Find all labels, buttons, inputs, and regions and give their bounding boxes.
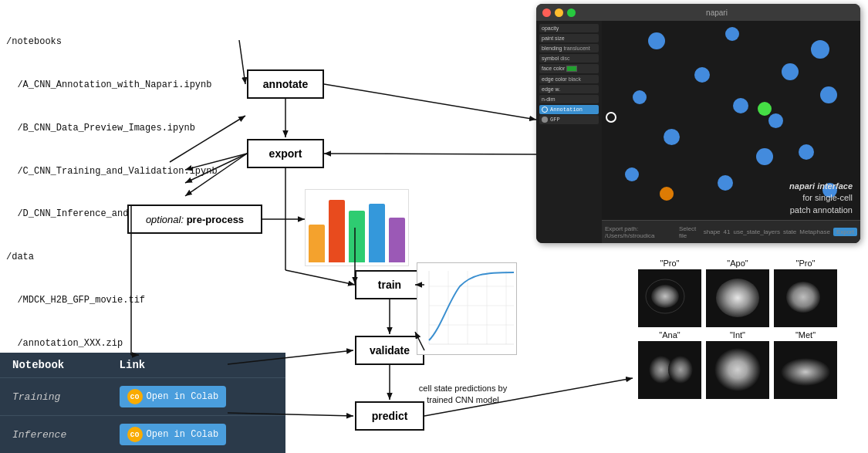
- svg-point-18: [668, 356, 693, 384]
- napari-left-panel: opacity paint size blending translucent …: [536, 21, 602, 243]
- cell-int: "Int": [706, 330, 769, 399]
- napari-window: napari opacity paint size blending trans…: [536, 4, 860, 243]
- napari-titlebar: napari: [536, 4, 860, 21]
- minimize-button[interactable]: [555, 8, 563, 17]
- napari-annotation-layer: Annotation: [539, 105, 599, 114]
- napari-gfp-layer: GFP: [539, 115, 599, 124]
- cell-dot: [782, 63, 799, 80]
- cell-dot: [756, 148, 773, 165]
- predict-text: cell state predictions by trained CNN mo…: [417, 383, 509, 405]
- col-link: Link: [107, 353, 285, 378]
- svg-line-25: [239, 40, 245, 84]
- cell-row-1: "Pro" "Apo": [638, 259, 862, 327]
- napari-opacity: opacity: [539, 24, 599, 32]
- svg-point-11: [651, 285, 679, 308]
- table-row: Inference co Open in Colab: [0, 416, 285, 454]
- napari-facecolor: face color: [539, 64, 599, 73]
- svg-point-15: [786, 282, 820, 313]
- predict-box: predict: [355, 401, 424, 431]
- validate-box: validate: [355, 336, 424, 365]
- cell-thumb: [774, 269, 837, 327]
- bar-5: [389, 218, 405, 263]
- close-button[interactable]: [542, 8, 551, 17]
- selected-cell-dot: [606, 112, 616, 123]
- cell-images: "Pro" "Apo": [638, 259, 862, 402]
- annotate-box: annotate: [247, 69, 324, 99]
- colab-inference-button[interactable]: co Open in Colab: [120, 424, 227, 445]
- optional-box: optional: pre-process: [127, 205, 262, 234]
- filetree-line: /C_CNN_Training_and_Validation.ipynb: [6, 164, 218, 179]
- cell-dot: [733, 98, 748, 113]
- cell-dot: [811, 40, 829, 59]
- bar-1: [309, 225, 325, 263]
- cell-apo-1: "Apo": [706, 259, 769, 327]
- cell-thumb: [706, 269, 769, 327]
- row-inference-link: co Open in Colab: [107, 416, 285, 454]
- cell-dot-orange: [660, 187, 674, 201]
- bar-2: [329, 200, 345, 262]
- notebook-table: Notebook Link Training co Open in Colab …: [0, 353, 285, 453]
- cell-dot: [633, 90, 647, 104]
- row-training-link: co Open in Colab: [107, 378, 285, 416]
- filetree-line: /annotation_XXX.zip: [6, 336, 218, 351]
- cell-dot: [664, 129, 680, 145]
- col-notebook: Notebook: [0, 353, 107, 378]
- row-training-name: Training: [0, 378, 107, 416]
- filetree-line: /A_CNN_Annotation_with_Napari.ipynb: [6, 78, 218, 93]
- cell-dot: [625, 167, 639, 181]
- colab-icon: co: [127, 389, 143, 404]
- cell-ana: "Ana": [638, 330, 701, 399]
- line-chart: [417, 262, 517, 355]
- cell-thumb: [774, 341, 837, 399]
- bar-chart: [305, 189, 409, 266]
- cell-dot: [799, 144, 814, 160]
- filetree-line: /B_CNN_Data_Preview_Images.ipynb: [6, 121, 218, 136]
- filetree-line: /MDCK_H2B_GFP_movie.tif: [6, 293, 218, 308]
- cell-met: "Met": [774, 330, 837, 399]
- napari-edgecolor: edge color black: [539, 75, 599, 83]
- bar-3: [349, 211, 365, 263]
- napari-body: opacity paint size blending translucent …: [536, 21, 860, 243]
- filetree-line: /notebooks: [6, 35, 218, 49]
- cell-dot: [820, 86, 837, 103]
- filetree-line: /data: [6, 250, 218, 265]
- cell-dot: [718, 175, 733, 191]
- svg-line-26: [324, 84, 536, 120]
- cell-thumb: [638, 269, 701, 327]
- cell-dot: [648, 32, 665, 49]
- line-chart-svg: [417, 263, 518, 356]
- bar-4: [369, 204, 385, 263]
- napari-bottom-bar: Export path: /Users/h/stroudica Select f…: [602, 220, 860, 243]
- napari-interface-label: napari interface for single-cell patch a…: [789, 181, 853, 216]
- napari-title-text: napari: [579, 8, 854, 17]
- row-inference-name: Inference: [0, 416, 107, 454]
- napari-canvas: napari interface for single-cell patch a…: [602, 21, 860, 243]
- napari-symbol: symbol disc: [539, 54, 599, 63]
- cell-thumb: [638, 341, 701, 399]
- napari-blending: blending translucent: [539, 44, 599, 52]
- cell-pro-1: "Pro": [638, 259, 701, 327]
- svg-point-20: [714, 348, 761, 391]
- cell-row-2: "Ana" "Int" "Met": [638, 330, 862, 399]
- cell-dot: [725, 27, 739, 41]
- table-row: Training co Open in Colab: [0, 378, 285, 416]
- napari-ndim: n-dim: [539, 95, 599, 103]
- svg-line-46: [324, 154, 536, 154]
- colab-training-button[interactable]: co Open in Colab: [120, 386, 227, 407]
- svg-line-33: [285, 270, 355, 285]
- napari-paintsize: paint size: [539, 34, 599, 42]
- svg-point-22: [781, 358, 830, 386]
- svg-point-13: [716, 279, 759, 317]
- cell-pro-2: "Pro": [774, 259, 837, 327]
- colab-icon: co: [127, 427, 143, 442]
- cell-dot: [768, 113, 783, 128]
- cell-dot-green: [758, 102, 772, 116]
- maximize-button[interactable]: [567, 8, 576, 17]
- cell-dot: [694, 67, 710, 83]
- cell-thumb: [706, 341, 769, 399]
- export-box: export: [247, 139, 324, 168]
- train-box: train: [355, 270, 424, 299]
- napari-edgewidth: edge w.: [539, 85, 599, 93]
